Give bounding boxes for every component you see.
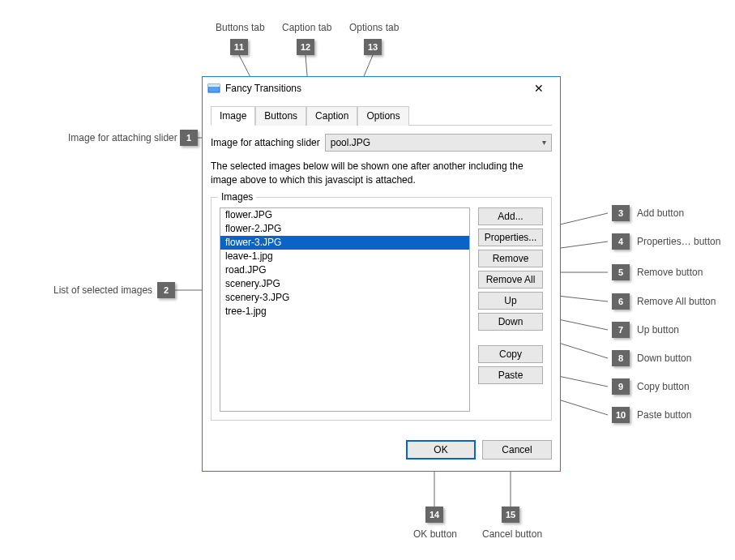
fancy-transitions-dialog: Fancy Transitions ✕ Image Buttons Captio… (202, 76, 561, 472)
callout-label-6: Remove All button (637, 296, 716, 307)
callout-label-12: Caption tab (282, 22, 331, 33)
attach-image-value: pool.JPG (331, 137, 370, 148)
images-legend: Images (218, 191, 256, 203)
window-title: Fancy Transitions (225, 83, 523, 94)
callout-badge-14: 14 (425, 507, 443, 523)
tab-image[interactable]: Image (211, 106, 255, 126)
callout-badge-10: 10 (612, 407, 630, 423)
tab-options[interactable]: Options (357, 106, 408, 126)
properties-button[interactable]: Properties... (478, 229, 543, 246)
remove-all-button[interactable]: Remove All (478, 271, 543, 289)
add-button[interactable]: Add... (478, 207, 543, 225)
titlebar: Fancy Transitions ✕ (203, 77, 560, 100)
callout-label-9: Copy button (637, 381, 690, 392)
close-icon[interactable]: ✕ (523, 80, 555, 96)
down-button[interactable]: Down (478, 313, 543, 331)
attach-label: Image for attaching slider (211, 137, 320, 148)
tab-caption[interactable]: Caption (306, 106, 357, 126)
callout-badge-7: 7 (612, 322, 630, 338)
callout-badge-5: 5 (612, 264, 630, 280)
images-group: Images flower.JPGflower-2.JPGflower-3.JP… (211, 197, 552, 421)
cancel-button[interactable]: Cancel (482, 440, 552, 460)
callout-badge-15: 15 (502, 507, 519, 523)
callout-label-2: List of selected images (53, 284, 152, 296)
callout-badge-9: 9 (612, 378, 630, 395)
copy-button[interactable]: Copy (478, 345, 543, 363)
svg-rect-31 (208, 84, 220, 87)
callout-label-11: Buttons tab (216, 22, 265, 33)
callout-badge-12: 12 (297, 39, 314, 55)
app-icon (207, 82, 220, 95)
callout-badge-2: 2 (157, 282, 175, 298)
list-item[interactable]: tree-1.jpg (220, 305, 469, 318)
images-listbox[interactable]: flower.JPGflower-2.JPGflower-3.JPGleave-… (220, 207, 470, 412)
callout-badge-6: 6 (612, 293, 630, 310)
callout-label-3: Add button (637, 207, 684, 219)
callout-label-14: OK button (413, 528, 457, 540)
callout-label-10: Paste button (637, 409, 691, 421)
callout-badge-3: 3 (612, 205, 630, 221)
paste-button[interactable]: Paste (478, 366, 543, 384)
list-item[interactable]: scenery-3.JPG (220, 291, 469, 305)
callout-badge-8: 8 (612, 350, 630, 366)
list-item[interactable]: scenery.JPG (220, 277, 469, 291)
callout-label-7: Up button (637, 324, 679, 336)
tab-buttons[interactable]: Buttons (255, 106, 306, 126)
list-item[interactable]: flower-2.JPG (220, 222, 469, 236)
callout-badge-11: 11 (230, 39, 248, 55)
callout-label-15: Cancel button (482, 528, 542, 540)
info-text: The selected images below will be shown … (211, 160, 552, 187)
callout-label-5: Remove button (637, 267, 703, 278)
tab-row: Image Buttons Caption Options (211, 106, 552, 126)
attach-image-combo[interactable]: pool.JPG ▾ (325, 134, 552, 152)
callout-badge-13: 13 (364, 39, 382, 55)
callout-label-13: Options tab (349, 22, 399, 33)
up-button[interactable]: Up (478, 292, 543, 310)
callout-label-8: Down button (637, 353, 691, 364)
ok-button[interactable]: OK (406, 440, 476, 460)
chevron-down-icon: ▾ (542, 138, 546, 147)
list-item[interactable]: road.JPG (220, 263, 469, 277)
list-item[interactable]: flower-3.JPG (220, 236, 469, 250)
callout-label-1: Image for attaching slider (68, 132, 177, 143)
list-item[interactable]: leave-1.jpg (220, 250, 469, 263)
dialog-footer: OK Cancel (203, 429, 560, 471)
list-item[interactable]: flower.JPG (220, 208, 469, 222)
callout-badge-4: 4 (612, 233, 630, 250)
remove-button[interactable]: Remove (478, 250, 543, 267)
callout-label-4: Properties… button (637, 236, 720, 247)
callout-badge-1: 1 (180, 130, 198, 146)
